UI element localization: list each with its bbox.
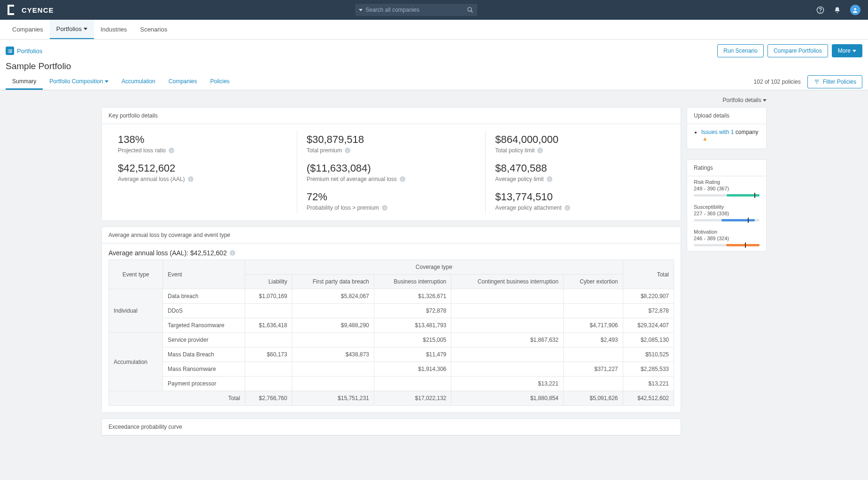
avatar[interactable]: [850, 5, 860, 15]
total-cell: $2,766,760: [245, 391, 292, 406]
tab-companies[interactable]: Companies: [162, 73, 204, 90]
portfolio-details-toggle[interactable]: Portfolio details: [101, 95, 767, 107]
th-event: Event: [163, 260, 245, 289]
event-cell: Service provider: [163, 333, 245, 347]
info-icon[interactable]: i: [345, 148, 350, 153]
nav-scenarios[interactable]: Scenarios: [133, 20, 174, 39]
breadcrumb-portfolios[interactable]: Portfolios: [17, 47, 42, 55]
svg-rect-9: [8, 52, 8, 52]
policy-count: 102 of 102 policies: [754, 79, 801, 85]
value-cell: [563, 377, 623, 391]
metric-label: Average annual loss (AAL) i: [118, 176, 287, 182]
total-label: Total: [109, 391, 245, 406]
table-row: DDoS$72,878$72,878: [109, 304, 674, 318]
metric-label: Average policy limit i: [495, 176, 665, 182]
rating-label: Susceptibility: [694, 204, 760, 210]
value-cell: $371,227: [563, 362, 623, 377]
tab-portfolio-composition[interactable]: Portfolio Composition: [43, 73, 115, 90]
event-cell: DDoS: [163, 304, 245, 318]
card-header: Key portfolio details: [102, 108, 681, 124]
metric-value: $42,512,602: [118, 162, 287, 174]
info-icon[interactable]: i: [565, 205, 570, 211]
rating-bar: [694, 194, 760, 197]
upload-details-card: Upload details Issues with 1 company ▲: [687, 107, 767, 149]
value-cell: [563, 304, 623, 318]
key-portfolio-details-card: Key portfolio details 138% Projected los…: [101, 107, 681, 221]
rating: Motivation 246 - 389 (324): [687, 226, 766, 251]
value-cell: $1,867,632: [451, 333, 564, 347]
value-cell: $1,326,671: [374, 289, 451, 304]
value-cell: $72,878: [623, 304, 674, 318]
info-icon[interactable]: i: [230, 250, 235, 256]
value-cell: $438,873: [292, 347, 374, 362]
issues-link[interactable]: Issues with 1: [701, 129, 734, 135]
info-icon[interactable]: i: [537, 148, 543, 153]
nav-industries[interactable]: Industries: [94, 20, 133, 39]
value-cell: $9,488,290: [292, 318, 374, 333]
aal-table: Event type Event Coverage type Total Lia…: [108, 260, 674, 406]
metric: $42,512,602 Average annual loss (AAL) i: [118, 162, 287, 182]
run-scenario-button[interactable]: Run Scenario: [717, 44, 764, 57]
info-icon[interactable]: i: [400, 176, 405, 182]
value-cell: [292, 304, 374, 318]
filter-policies-button[interactable]: Filter Policies: [807, 75, 862, 88]
nav-companies[interactable]: Companies: [6, 20, 50, 39]
card-header: Exceedance probability curve: [102, 419, 681, 435]
th-event-type: Event type: [109, 260, 163, 289]
value-cell: $13,481,793: [374, 318, 451, 333]
svg-line-1: [471, 11, 473, 13]
warning-icon: ▲: [702, 135, 708, 142]
card-header: Upload details: [687, 108, 766, 124]
metric: $8,470,588 Average policy limit i: [495, 162, 665, 182]
chevron-down-icon: [84, 28, 87, 30]
search-icon[interactable]: [467, 7, 473, 13]
svg-rect-7: [8, 51, 8, 51]
filter-icon: [814, 79, 820, 85]
bell-icon[interactable]: [833, 6, 842, 14]
th-coverage-type: Coverage type: [245, 260, 623, 275]
event-cell: Mass Data Breach: [163, 347, 245, 362]
svg-rect-5: [8, 49, 8, 50]
info-icon[interactable]: i: [169, 148, 174, 153]
compare-portfolios-button[interactable]: Compare Portfolios: [767, 44, 828, 57]
rating-range: 227 - 369 (338): [694, 211, 760, 216]
value-cell: [245, 362, 292, 377]
th-liability: Liability: [245, 275, 292, 289]
event-cell: Targeted Ransomware: [163, 318, 245, 333]
th-biz-int: Business interruption: [374, 275, 451, 289]
chevron-down-icon[interactable]: [359, 9, 363, 11]
value-cell: $2,285,533: [623, 362, 674, 377]
value-cell: $2,493: [563, 333, 623, 347]
more-button[interactable]: More: [832, 44, 862, 57]
info-icon[interactable]: i: [188, 176, 194, 182]
nav-portfolios[interactable]: Portfolios: [50, 20, 94, 39]
metric: 138% Projected loss ratio i: [118, 134, 287, 154]
logo-icon: [8, 5, 18, 15]
info-icon[interactable]: i: [382, 205, 388, 211]
tab-policies[interactable]: Policies: [204, 73, 236, 90]
value-cell: $510,525: [623, 347, 674, 362]
svg-point-4: [854, 8, 856, 10]
value-cell: [292, 377, 374, 391]
logo[interactable]: CYENCE: [8, 5, 54, 15]
tab-summary[interactable]: Summary: [6, 73, 43, 90]
search-input[interactable]: [365, 7, 467, 13]
value-cell: $72,878: [374, 304, 451, 318]
global-search[interactable]: [355, 4, 477, 16]
card-header: Average annual loss by coverage and even…: [102, 227, 681, 244]
metric-value: 72%: [307, 191, 476, 203]
svg-point-0: [468, 8, 472, 11]
metric: ($11,633,084) Premium net of average ann…: [307, 162, 476, 182]
rating-label: Risk Rating: [694, 179, 760, 185]
tab-accumulation[interactable]: Accumulation: [115, 73, 162, 90]
rating-range: 246 - 389 (324): [694, 236, 760, 241]
rating-label: Motivation: [694, 229, 760, 235]
rating-bar: [694, 219, 760, 221]
help-icon[interactable]: [816, 6, 825, 14]
value-cell: $1,636,418: [245, 318, 292, 333]
metric-value: ($11,633,084): [307, 162, 476, 174]
th-first-party: First party data breach: [292, 275, 374, 289]
metric-value: $864,000,000: [495, 134, 665, 146]
info-icon[interactable]: i: [547, 176, 552, 182]
rating-range: 249 - 390 (367): [694, 186, 760, 191]
